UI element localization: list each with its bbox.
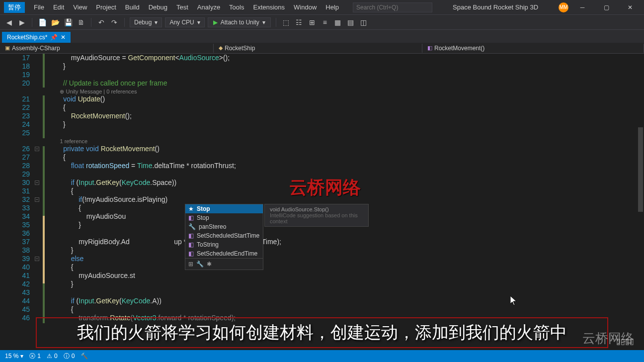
mouse-cursor-icon [510,296,517,308]
tab-label: RocketShip.cs* [7,34,47,41]
config-dropdown[interactable]: Debug▾ [130,17,162,27]
statusbar: 15 %▾ ⓧ1 ⚠0 ⓘ0 🔨 [0,350,644,362]
open-file-icon[interactable]: 📂 [50,17,60,27]
intellisense-filters[interactable]: ⊞🔧✱ [185,258,263,270]
nav-fwd-icon[interactable]: ▶ [17,17,27,27]
intellisense-item[interactable]: ◧ SetScheduledStartTime [185,231,263,240]
error-count[interactable]: ⓧ1 [29,352,41,361]
vertical-scrollbar[interactable] [637,107,644,320]
scrollbar-thumb[interactable] [638,127,643,212]
fold-toggle[interactable]: − [35,257,39,261]
play-icon: ▶ [213,19,218,26]
menu-analyze[interactable]: Analyze [193,1,224,13]
subtitle-overlay: 我们的火箭将学习如何创建材料，创建运动，添加到我们的火箭中 [36,317,608,348]
code-area[interactable]: myAudioSource = GetComponent<AudioSource… [46,54,644,332]
bc-method[interactable]: ◧RocketMovement() [422,44,644,53]
build-icon[interactable]: 🔨 [80,353,88,360]
separator [124,18,125,27]
class-icon: ◆ [219,45,223,51]
platform-dropdown[interactable]: Any CPU▾ [165,17,204,27]
tool-icon[interactable]: ▤ [346,17,356,27]
brand-watermark: 云桥网络 [582,330,634,347]
titlebar: 暂停 File Edit View Project Build Debug Te… [0,0,644,15]
warning-count[interactable]: ⚠0 [47,353,58,360]
menu-debug[interactable]: Debug [145,1,171,13]
nav-back-icon[interactable]: ◀ [4,17,14,27]
tool-icon[interactable]: ▦ [333,17,343,27]
tool-icon[interactable]: ≡ [320,17,330,27]
tool-icon[interactable]: ◫ [359,17,369,27]
quick-search[interactable] [353,2,432,12]
intellisense-popup[interactable]: ★ Stop ◧ Stop 🔧 panStereo ◧ SetScheduled… [185,204,263,270]
change-margin [42,54,46,332]
code-editor[interactable]: 17181920 2122232425 26272829303132333435… [0,54,644,332]
subtitle-text: 我们的火箭将学习如何创建材料，创建运动，添加到我们的火箭中 [42,321,602,344]
avatar[interactable]: MM [559,2,568,12]
intellisense-item[interactable]: 🔧 panStereo [185,222,263,231]
intellisense-item[interactable]: ◧ Stop [185,213,263,222]
intellisense-item[interactable]: ★ Stop [185,204,263,213]
maximize-button[interactable]: ▢ [596,0,616,15]
intellisense-tooltip: void AudioSource.Stop() IntelliCode sugg… [264,204,369,227]
app-title: Space Bound Rocket Ship 3D [432,3,559,11]
bc-project[interactable]: ▣Assembly-CSharp [0,44,214,53]
main-toolbar: ◀ ▶ 📄 📂 💾 🗎 ↶ ↷ Debug▾ Any CPU▾ ▶Attach … [0,15,644,30]
menu-file[interactable]: File [30,1,48,13]
attach-unity-button[interactable]: ▶Attach to Unity▾ [208,17,271,27]
tab-rocketship[interactable]: RocketShip.cs* 📌 ✕ [2,32,71,43]
menu-build[interactable]: Build [121,1,144,13]
tool-icon[interactable]: ⬚ [281,17,291,27]
menu-view[interactable]: View [69,1,91,13]
menu-test[interactable]: Test [172,1,192,13]
menu-tools[interactable]: Tools [225,1,248,13]
titlebar-right: MM ─ ▢ ✕ [559,0,640,15]
separator [91,18,91,27]
fold-toggle[interactable]: − [35,147,39,151]
new-file-icon[interactable]: 📄 [37,17,47,27]
menu-extensions[interactable]: Extensions [249,1,289,13]
document-tabs: RocketShip.cs* 📌 ✕ [0,30,644,43]
redo-icon[interactable]: ↷ [109,17,119,27]
menu-help[interactable]: Help [322,1,343,13]
menubar: File Edit View Project Build Debug Test … [30,1,343,13]
menu-window[interactable]: Window [290,1,321,13]
line-numbers: 17181920 2122232425 26272829303132333435… [0,54,35,332]
separator [32,18,32,27]
intellisense-item[interactable]: ◧ ToString [185,240,263,249]
close-button[interactable]: ✕ [620,0,640,15]
bc-class[interactable]: ◆RocketShip [214,44,422,53]
menu-edit[interactable]: Edit [49,1,68,13]
minimize-button[interactable]: ─ [572,0,592,15]
menu-project[interactable]: Project [92,1,120,13]
save-all-icon[interactable]: 🗎 [76,17,86,27]
fold-toggle[interactable]: − [35,181,39,185]
close-icon[interactable]: ✕ [61,34,66,41]
undo-icon[interactable]: ↶ [96,17,106,27]
fold-gutter: − − − − [35,54,42,332]
save-icon[interactable]: 💾 [63,17,73,27]
intellisense-item[interactable]: ◧ SetScheduledEndTime [185,249,263,258]
nav-breadcrumb: ▣Assembly-CSharp ◆RocketShip ◧RocketMove… [0,43,644,54]
info-count[interactable]: ⓘ0 [64,352,75,361]
pause-badge: 暂停 [4,2,25,13]
project-icon: ▣ [5,45,10,51]
fold-toggle[interactable]: − [35,197,39,202]
method-icon: ◧ [427,45,432,51]
tool-icon[interactable]: ⊞ [307,17,317,27]
tool-icon[interactable]: ☷ [294,17,304,27]
tab-pin-icon[interactable]: 📌 [50,34,58,41]
zoom-level[interactable]: 15 %▾ [5,353,23,360]
separator [276,18,276,27]
